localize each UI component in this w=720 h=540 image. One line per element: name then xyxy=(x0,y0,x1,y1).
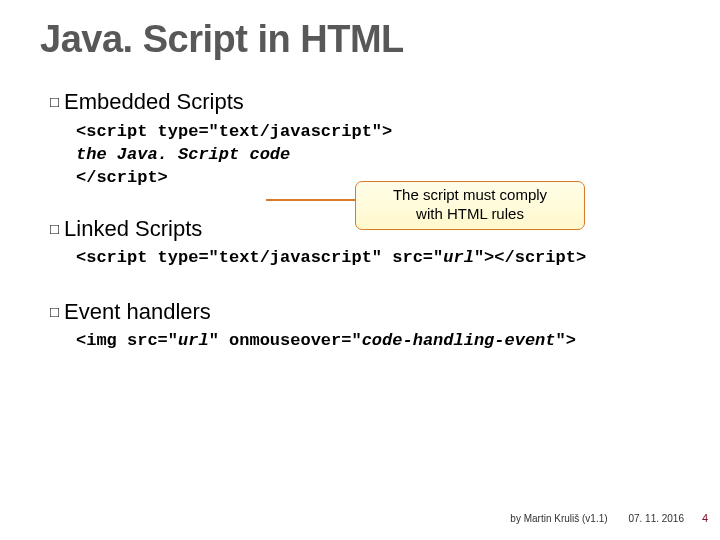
code-line: the Java. Script code xyxy=(76,144,680,167)
footer-date: 07. 11. 2016 xyxy=(628,513,684,524)
section-suffix: Scripts xyxy=(170,89,243,114)
footer: by Martin Kruliš (v1.1) 07. 11. 2016 xyxy=(510,513,684,524)
section-embedded: □Embedded Scripts xyxy=(50,89,680,115)
bullet-icon: □ xyxy=(50,303,59,320)
slide-body: Java. Script in HTML □Embedded Scripts <… xyxy=(0,0,720,350)
callout-connector xyxy=(266,199,355,201)
callout-text-1: The script must comply xyxy=(364,186,576,205)
section-label: Event xyxy=(64,299,120,324)
section-event: □Event handlers xyxy=(50,299,680,325)
callout-text-2: with HTML rules xyxy=(364,205,576,224)
section-label: Embedded xyxy=(64,89,170,114)
section-label: Linked xyxy=(64,216,129,241)
footer-author: by Martin Kruliš (v1.1) xyxy=(510,513,607,524)
page-number: 4 xyxy=(702,512,708,524)
bullet-icon: □ xyxy=(50,93,59,110)
code-event: <img src="url" onmouseover="code-handlin… xyxy=(76,331,680,350)
code-embedded: <script type="text/javascript"> the Java… xyxy=(76,121,680,190)
code-linked: <script type="text/javascript" src="url"… xyxy=(76,248,680,267)
section-suffix: handlers xyxy=(120,299,211,324)
slide-title: Java. Script in HTML xyxy=(40,18,680,61)
section-suffix: Scripts xyxy=(129,216,202,241)
callout-box: The script must comply with HTML rules xyxy=(355,181,585,230)
code-line: <script type="text/javascript"> xyxy=(76,121,680,144)
bullet-icon: □ xyxy=(50,220,59,237)
